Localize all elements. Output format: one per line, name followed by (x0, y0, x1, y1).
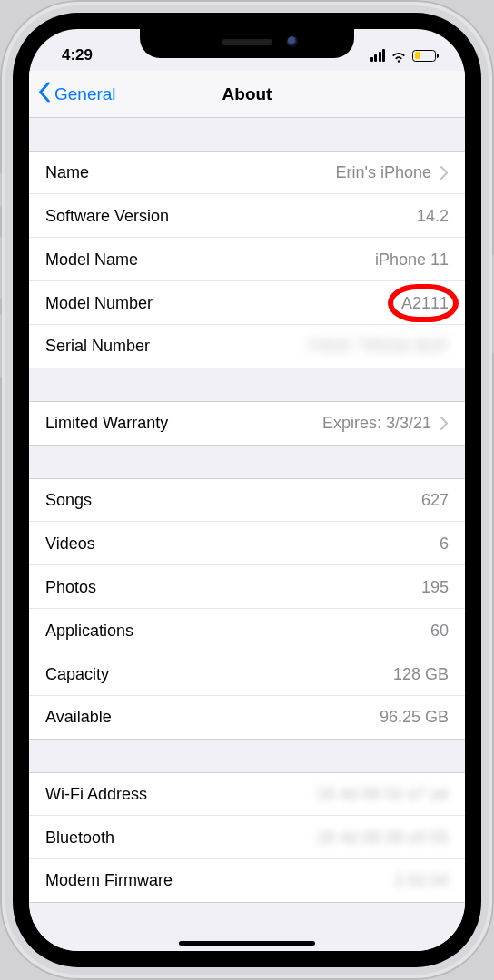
row-value: 627 (421, 491, 449, 510)
home-indicator[interactable] (179, 941, 315, 946)
battery-icon (412, 50, 436, 62)
status-time: 4:29 (54, 46, 127, 64)
row-software-version[interactable]: Software Version 14.2 (29, 194, 465, 238)
row-label: Photos (45, 578, 96, 597)
row-name[interactable]: Name Erin's iPhone (29, 151, 465, 194)
row-value: A2111 (401, 294, 449, 313)
cellular-icon (370, 49, 386, 62)
chevron-right-icon (440, 416, 449, 430)
phone-frame: 4:29 (0, 0, 494, 980)
status-indicators (367, 49, 440, 62)
chevron-left-icon (38, 82, 51, 106)
row-label: Model Name (45, 250, 138, 270)
row-label: Limited Warranty (45, 414, 168, 433)
status-bar: 4:29 (29, 29, 465, 71)
row-label: Model Number (45, 294, 153, 313)
row-available[interactable]: Available 96.25 GB (29, 696, 465, 740)
row-label: Serial Number (45, 337, 150, 356)
back-button[interactable]: General (38, 82, 116, 106)
row-label: Name (45, 163, 89, 182)
section-warranty: Limited Warranty Expires: 3/3/21 (29, 401, 465, 446)
back-label: General (54, 84, 116, 104)
row-value: 6 (440, 534, 449, 554)
row-value: Erin's iPhone (336, 163, 432, 182)
row-value: 60 (430, 622, 449, 641)
phone-bezel: 4:29 (13, 13, 481, 967)
row-modem-firmware[interactable]: Modem Firmware 2.02.04 (29, 859, 465, 903)
screen: 4:29 (29, 29, 465, 951)
row-label: Applications (45, 622, 133, 641)
row-label: Available (45, 708, 112, 727)
chevron-right-icon (440, 166, 449, 180)
row-label: Capacity (45, 665, 109, 684)
row-videos[interactable]: Videos 6 (29, 522, 465, 565)
row-label: Software Version (45, 207, 169, 226)
row-label: Bluetooth (45, 828, 114, 848)
row-value: 128 GB (393, 665, 449, 684)
row-model-name[interactable]: Model Name iPhone 11 (29, 238, 465, 281)
row-songs[interactable]: Songs 627 (29, 478, 465, 522)
row-value: 14.2 (417, 207, 449, 226)
row-photos[interactable]: Photos 195 (29, 565, 465, 609)
row-value: iPhone 11 (375, 250, 449, 270)
wifi-icon (390, 49, 407, 62)
row-limited-warranty[interactable]: Limited Warranty Expires: 3/3/21 (29, 401, 465, 446)
mute-switch (0, 172, 2, 207)
row-label: Videos (45, 534, 95, 554)
row-value: 96.25 GB (380, 708, 449, 727)
row-value: 18 4d 68 08 e9 55 (317, 828, 449, 848)
row-value: 2.02.04 (394, 871, 449, 890)
row-value: F9GK TRION MJF (308, 337, 449, 356)
row-value: 18 4d 68 02 e7 a4 (317, 785, 449, 804)
row-value: Expires: 3/3/21 (322, 414, 431, 433)
row-applications[interactable]: Applications 60 (29, 609, 465, 652)
volume-down-button (0, 314, 2, 377)
row-wifi-address[interactable]: Wi-Fi Address 18 4d 68 02 e7 a4 (29, 772, 465, 816)
row-label: Wi-Fi Address (45, 785, 147, 804)
row-model-number[interactable]: Model Number A2111 (29, 281, 465, 325)
navigation-bar: General About (29, 71, 465, 118)
row-value: 195 (421, 578, 449, 597)
section-network: Wi-Fi Address 18 4d 68 02 e7 a4 Bluetoot… (29, 772, 465, 903)
row-serial-number[interactable]: Serial Number F9GK TRION MJF (29, 325, 465, 368)
section-storage: Songs 627 Videos 6 Photos 195 Applicatio… (29, 478, 465, 740)
row-label: Songs (45, 491, 92, 510)
about-content[interactable]: Name Erin's iPhone Software Version 14.2… (29, 118, 465, 951)
page-title: About (222, 84, 272, 104)
row-label: Modem Firmware (45, 871, 173, 890)
section-device-info: Name Erin's iPhone Software Version 14.2… (29, 151, 465, 368)
row-bluetooth[interactable]: Bluetooth 18 4d 68 08 e9 55 (29, 816, 465, 859)
row-capacity[interactable]: Capacity 128 GB (29, 652, 465, 696)
volume-up-button (0, 236, 2, 299)
